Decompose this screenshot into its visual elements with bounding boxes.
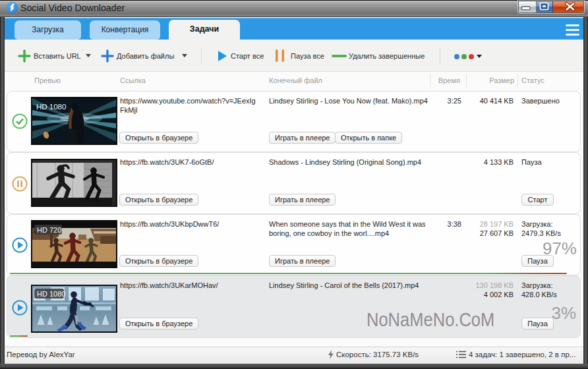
svg-text:HD 720: HD 720	[37, 226, 61, 234]
svg-text:HD 1080: HD 1080	[36, 103, 66, 111]
svg-text:HD 1080: HD 1080	[37, 290, 65, 298]
